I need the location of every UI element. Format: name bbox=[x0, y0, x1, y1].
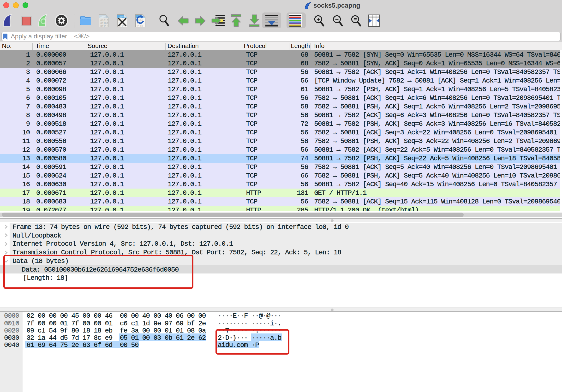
svg-text:01101: 01101 bbox=[100, 22, 108, 25]
svg-text:01010: 01010 bbox=[100, 19, 108, 22]
svg-text:0110: 0110 bbox=[137, 25, 143, 28]
svg-text:01110: 01110 bbox=[100, 25, 108, 28]
